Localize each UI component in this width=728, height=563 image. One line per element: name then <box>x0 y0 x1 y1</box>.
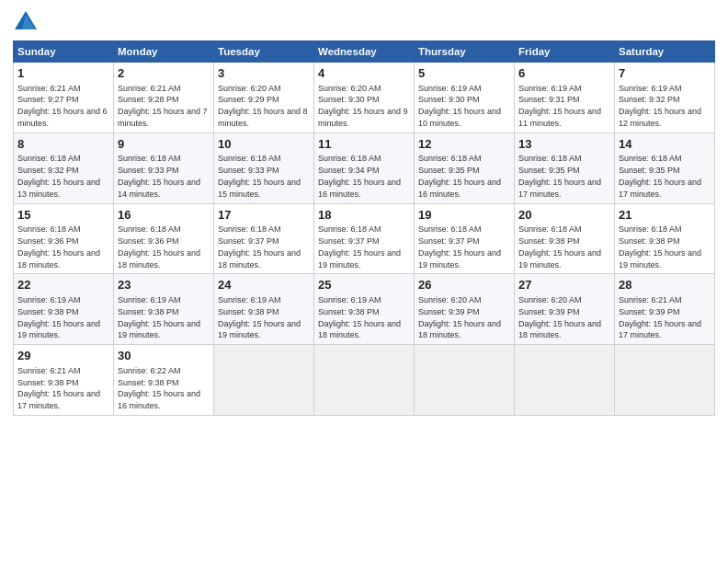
day-info: Sunrise: 6:18 AMSunset: 9:35 PMDaylight:… <box>418 154 501 198</box>
day-number: 23 <box>118 277 210 293</box>
calendar-week-row: 29 Sunrise: 6:21 AMSunset: 9:38 PMDaylig… <box>14 345 715 416</box>
weekday-header: Saturday <box>615 41 715 63</box>
day-info: Sunrise: 6:19 AMSunset: 9:38 PMDaylight:… <box>218 295 301 339</box>
calendar-cell: 11 Sunrise: 6:18 AMSunset: 9:34 PMDaylig… <box>314 132 415 203</box>
calendar-cell: 23 Sunrise: 6:19 AMSunset: 9:38 PMDaylig… <box>114 274 214 345</box>
day-info: Sunrise: 6:20 AMSunset: 9:39 PMDaylight:… <box>418 295 501 339</box>
day-info: Sunrise: 6:18 AMSunset: 9:37 PMDaylight:… <box>418 224 501 269</box>
page: SundayMondayTuesdayWednesdayThursdayFrid… <box>0 0 728 563</box>
weekday-header: Tuesday <box>214 41 314 63</box>
calendar-cell: 25 Sunrise: 6:19 AMSunset: 9:38 PMDaylig… <box>314 274 415 345</box>
day-info: Sunrise: 6:19 AMSunset: 9:38 PMDaylight:… <box>318 295 401 339</box>
day-info: Sunrise: 6:19 AMSunset: 9:30 PMDaylight:… <box>418 84 501 128</box>
day-number: 12 <box>418 136 510 153</box>
day-number: 2 <box>118 65 210 82</box>
calendar-cell: 21 Sunrise: 6:18 AMSunset: 9:38 PMDaylig… <box>615 203 715 274</box>
day-info: Sunrise: 6:20 AMSunset: 9:29 PMDaylight:… <box>218 84 308 128</box>
calendar-week-row: 8 Sunrise: 6:18 AMSunset: 9:32 PMDayligh… <box>14 132 715 203</box>
weekday-header: Monday <box>114 41 214 63</box>
calendar-cell: 17 Sunrise: 6:18 AMSunset: 9:37 PMDaylig… <box>214 203 314 274</box>
day-info: Sunrise: 6:20 AMSunset: 9:39 PMDaylight:… <box>518 295 601 339</box>
calendar-cell: 13 Sunrise: 6:18 AMSunset: 9:35 PMDaylig… <box>515 132 615 203</box>
day-number: 22 <box>17 277 109 293</box>
day-info: Sunrise: 6:21 AMSunset: 9:27 PMDaylight:… <box>17 84 108 128</box>
weekday-header: Friday <box>515 41 615 63</box>
calendar-cell: 12 Sunrise: 6:18 AMSunset: 9:35 PMDaylig… <box>415 132 515 203</box>
calendar-cell: 15 Sunrise: 6:18 AMSunset: 9:36 PMDaylig… <box>14 203 114 274</box>
calendar-cell: 27 Sunrise: 6:20 AMSunset: 9:39 PMDaylig… <box>515 274 615 345</box>
day-info: Sunrise: 6:21 AMSunset: 9:39 PMDaylight:… <box>619 295 701 339</box>
day-number: 29 <box>17 348 109 364</box>
day-info: Sunrise: 6:18 AMSunset: 9:33 PMDaylight:… <box>118 154 200 198</box>
day-number: 16 <box>118 207 210 224</box>
day-info: Sunrise: 6:18 AMSunset: 9:37 PMDaylight:… <box>218 224 301 269</box>
logo <box>13 9 42 35</box>
day-number: 14 <box>619 136 711 153</box>
calendar-cell: 4 Sunrise: 6:20 AMSunset: 9:30 PMDayligh… <box>314 63 415 133</box>
day-number: 26 <box>418 277 510 293</box>
calendar-cell: 3 Sunrise: 6:20 AMSunset: 9:29 PMDayligh… <box>214 63 314 133</box>
day-number: 5 <box>418 65 510 82</box>
calendar-cell: 9 Sunrise: 6:18 AMSunset: 9:33 PMDayligh… <box>114 132 214 203</box>
day-info: Sunrise: 6:18 AMSunset: 9:35 PMDaylight:… <box>619 154 701 198</box>
day-number: 20 <box>518 207 610 224</box>
calendar-week-row: 15 Sunrise: 6:18 AMSunset: 9:36 PMDaylig… <box>14 203 715 274</box>
day-number: 18 <box>318 207 410 224</box>
day-number: 15 <box>17 207 109 224</box>
calendar-cell: 1 Sunrise: 6:21 AMSunset: 9:27 PMDayligh… <box>14 63 114 133</box>
calendar-cell <box>214 345 314 416</box>
header <box>13 9 715 35</box>
day-number: 11 <box>318 136 410 153</box>
day-info: Sunrise: 6:22 AMSunset: 9:38 PMDaylight:… <box>118 366 200 410</box>
day-number: 13 <box>518 136 610 153</box>
calendar-week-row: 1 Sunrise: 6:21 AMSunset: 9:27 PMDayligh… <box>14 63 715 133</box>
day-number: 30 <box>118 348 210 364</box>
calendar-cell <box>615 345 715 416</box>
calendar-cell: 19 Sunrise: 6:18 AMSunset: 9:37 PMDaylig… <box>415 203 515 274</box>
weekday-header: Sunday <box>14 41 114 63</box>
calendar-cell: 28 Sunrise: 6:21 AMSunset: 9:39 PMDaylig… <box>615 274 715 345</box>
calendar-cell <box>515 345 615 416</box>
calendar-cell: 5 Sunrise: 6:19 AMSunset: 9:30 PMDayligh… <box>415 63 515 133</box>
calendar-cell: 16 Sunrise: 6:18 AMSunset: 9:36 PMDaylig… <box>114 203 214 274</box>
day-info: Sunrise: 6:18 AMSunset: 9:36 PMDaylight:… <box>17 224 100 269</box>
calendar-cell: 20 Sunrise: 6:18 AMSunset: 9:38 PMDaylig… <box>515 203 615 274</box>
day-number: 9 <box>118 136 210 153</box>
calendar-table: SundayMondayTuesdayWednesdayThursdayFrid… <box>13 40 715 416</box>
calendar-cell <box>314 345 415 416</box>
calendar-cell: 30 Sunrise: 6:22 AMSunset: 9:38 PMDaylig… <box>114 345 214 416</box>
day-number: 1 <box>17 65 109 82</box>
day-info: Sunrise: 6:18 AMSunset: 9:33 PMDaylight:… <box>218 154 301 198</box>
calendar-cell: 18 Sunrise: 6:18 AMSunset: 9:37 PMDaylig… <box>314 203 415 274</box>
day-number: 7 <box>619 65 711 82</box>
day-number: 4 <box>318 65 410 82</box>
calendar-week-row: 22 Sunrise: 6:19 AMSunset: 9:38 PMDaylig… <box>14 274 715 345</box>
day-number: 25 <box>318 277 410 293</box>
day-number: 24 <box>218 277 310 293</box>
day-info: Sunrise: 6:21 AMSunset: 9:38 PMDaylight:… <box>17 366 100 410</box>
calendar-cell: 8 Sunrise: 6:18 AMSunset: 9:32 PMDayligh… <box>14 132 114 203</box>
day-info: Sunrise: 6:19 AMSunset: 9:38 PMDaylight:… <box>118 295 200 339</box>
day-number: 19 <box>418 207 510 224</box>
day-info: Sunrise: 6:19 AMSunset: 9:32 PMDaylight:… <box>619 84 701 128</box>
day-info: Sunrise: 6:19 AMSunset: 9:31 PMDaylight:… <box>518 84 601 128</box>
day-info: Sunrise: 6:18 AMSunset: 9:35 PMDaylight:… <box>518 154 601 198</box>
day-number: 10 <box>218 136 310 153</box>
day-number: 8 <box>17 136 109 153</box>
calendar-cell <box>415 345 515 416</box>
calendar-cell: 22 Sunrise: 6:19 AMSunset: 9:38 PMDaylig… <box>14 274 114 345</box>
day-info: Sunrise: 6:18 AMSunset: 9:38 PMDaylight:… <box>619 224 701 269</box>
logo-icon <box>13 9 39 35</box>
day-number: 21 <box>619 207 711 224</box>
calendar-cell: 24 Sunrise: 6:19 AMSunset: 9:38 PMDaylig… <box>214 274 314 345</box>
calendar-cell: 10 Sunrise: 6:18 AMSunset: 9:33 PMDaylig… <box>214 132 314 203</box>
weekday-header-row: SundayMondayTuesdayWednesdayThursdayFrid… <box>14 41 715 63</box>
weekday-header: Thursday <box>415 41 515 63</box>
calendar-cell: 7 Sunrise: 6:19 AMSunset: 9:32 PMDayligh… <box>615 63 715 133</box>
day-info: Sunrise: 6:18 AMSunset: 9:37 PMDaylight:… <box>318 224 401 269</box>
day-number: 3 <box>218 65 310 82</box>
calendar-cell: 29 Sunrise: 6:21 AMSunset: 9:38 PMDaylig… <box>14 345 114 416</box>
day-number: 27 <box>518 277 610 293</box>
calendar-cell: 6 Sunrise: 6:19 AMSunset: 9:31 PMDayligh… <box>515 63 615 133</box>
day-info: Sunrise: 6:18 AMSunset: 9:38 PMDaylight:… <box>518 224 601 269</box>
